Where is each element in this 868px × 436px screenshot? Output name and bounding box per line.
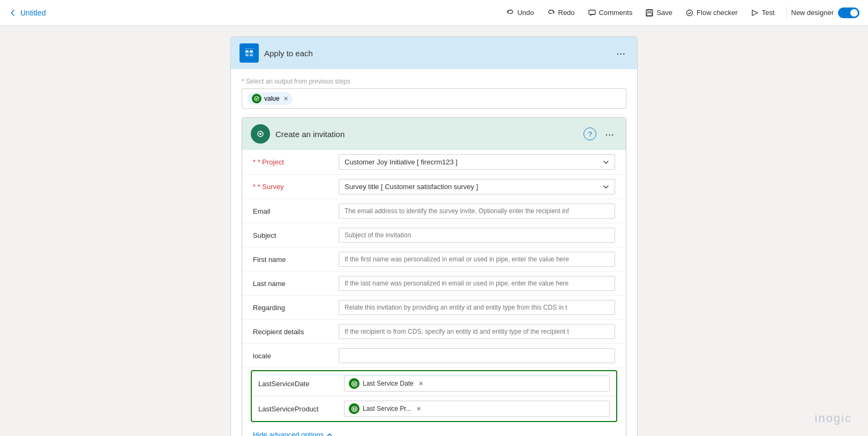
last-service-date-close[interactable]: ✕ [418,380,423,387]
redo-button[interactable]: Redo [542,6,580,20]
subject-row: Subject [242,223,626,247]
locale-row: locale [242,344,626,368]
create-invitation-icon [251,124,270,144]
flow-checker-button[interactable]: Flow checker [680,6,743,20]
last-service-product-label: LastServiceProduct [258,405,344,413]
value-chip-close[interactable]: ✕ [283,95,288,102]
undo-button[interactable]: Undo [500,6,539,20]
svg-point-4 [687,10,693,16]
project-label: * * Project [253,158,339,166]
watermark: inogic [815,411,852,425]
project-row: * * Project Customer Joy Initiative [ fi… [242,150,626,175]
subject-label: Subject [253,231,339,239]
apply-title: Apply to each [264,49,608,58]
firstname-input[interactable] [339,252,615,267]
create-body: * * Project Customer Joy Initiative [ fi… [242,150,626,436]
last-service-date-chip-row: Last Service Date ✕ [344,375,610,392]
select-output-label: * Select an output from previous steps [242,78,626,85]
new-designer-toggle[interactable] [838,7,859,18]
hide-advanced-link[interactable]: Hide advanced options [253,431,333,436]
survey-label: * * Survey [253,183,339,191]
svg-rect-7 [245,54,249,56]
svg-point-15 [354,383,355,384]
save-button[interactable]: Save [640,6,678,20]
create-invitation-header: Create an invitation ? ··· [242,118,626,150]
last-service-product-row: LastServiceProduct [252,396,616,421]
email-row: Email [242,199,626,223]
apply-icon [240,43,259,63]
svg-rect-0 [589,10,595,14]
svg-rect-6 [250,50,253,52]
apply-to-each-container: Apply to each ··· * Select an output fro… [230,36,638,436]
survey-dropdown[interactable]: Survey title [ Customer satisfaction sur… [339,179,615,194]
svg-rect-5 [245,50,249,52]
last-service-product-close[interactable]: ✕ [416,405,421,412]
regarding-label: Regarding [253,304,339,312]
topbar: Untitled Undo Redo Comments [0,0,868,26]
last-service-date-chip-icon [349,378,360,389]
regarding-row: Regarding [242,296,626,320]
value-chip-row: value ✕ [242,88,626,109]
recipient-input[interactable] [339,324,615,339]
lastname-row: Last name [242,272,626,296]
last-service-product-chip-icon [349,403,360,414]
svg-rect-8 [250,54,253,56]
recipient-row: Recipient details [242,320,626,344]
main-content: Apply to each ··· * Select an output fro… [0,26,868,436]
value-chip-label: value [264,95,280,102]
comments-button[interactable]: Comments [582,6,638,20]
apply-to-each-header: Apply to each ··· [231,37,637,69]
back-button[interactable]: Untitled [9,9,46,17]
page-title: Untitled [20,9,46,17]
highlighted-section: LastServiceDate [251,370,617,422]
create-more-button[interactable]: ··· [602,127,617,141]
subject-input[interactable] [339,228,615,243]
new-designer-area: New designer [787,7,860,18]
email-label: Email [253,207,339,215]
lastname-input[interactable] [339,276,615,291]
svg-rect-3 [647,13,652,16]
last-service-product-chip-row: Last Service Pr... ✕ [344,401,610,417]
svg-point-18 [354,408,355,409]
test-button[interactable]: Test [745,6,780,20]
email-input[interactable] [339,204,615,219]
create-invitation-card: Create an invitation ? ··· * * Project C… [242,117,626,436]
last-service-date-row: LastServiceDate [252,371,616,396]
last-service-date-chip: Last Service Date ✕ [363,380,423,387]
regarding-input[interactable] [339,300,615,315]
lastname-label: Last name [253,280,339,288]
new-designer-label: New designer [791,9,834,17]
apply-more-button[interactable]: ··· [613,46,628,61]
locale-label: locale [253,352,339,360]
help-button[interactable]: ? [583,127,596,140]
locale-input[interactable] [339,348,615,363]
last-service-product-chip: Last Service Pr... ✕ [363,405,421,412]
recipient-label: Recipient details [253,328,339,336]
topbar-actions: Undo Redo Comments Save [500,6,859,20]
project-dropdown[interactable]: Customer Joy Initiative [ firecrm123 ] [339,154,615,170]
apply-body: * Select an output from previous steps v… [231,69,637,436]
last-service-date-label: LastServiceDate [258,380,344,388]
svg-point-12 [259,133,261,135]
chip-icon [252,94,261,103]
hide-advanced-options: Hide advanced options [242,424,626,436]
value-chip: value ✕ [248,92,293,105]
firstname-row: First name [242,247,626,272]
create-invitation-title: Create an invitation [275,130,578,139]
firstname-label: First name [253,255,339,264]
survey-row: * * Survey Survey title [ Customer satis… [242,175,626,199]
